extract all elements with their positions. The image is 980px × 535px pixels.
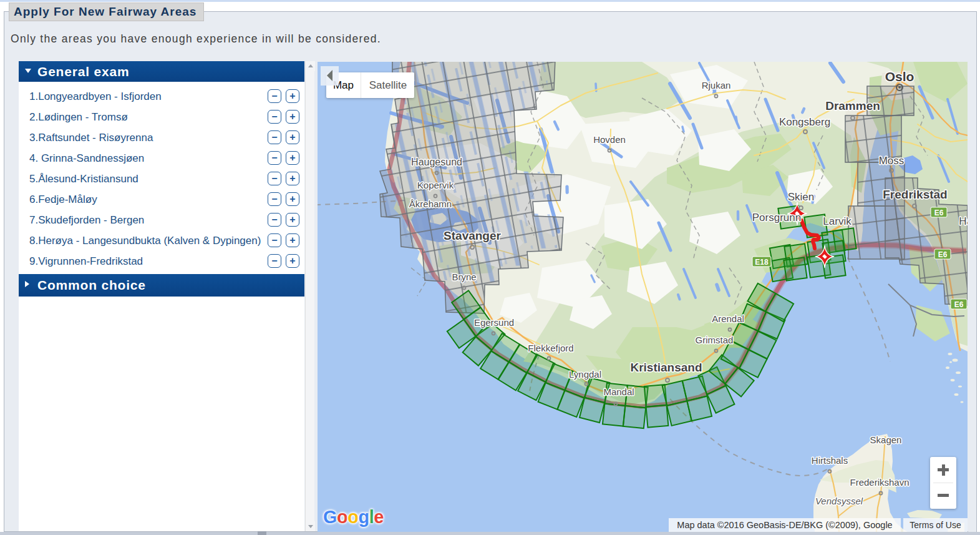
svg-text:Larvik: Larvik bbox=[823, 215, 851, 227]
svg-text:Hirtshals: Hirtshals bbox=[812, 455, 848, 466]
svg-text:Kristiansand: Kristiansand bbox=[630, 361, 702, 374]
svg-text:Lyngdal: Lyngdal bbox=[569, 369, 601, 380]
svg-text:Moss: Moss bbox=[879, 155, 905, 167]
svg-text:Ha: Ha bbox=[959, 215, 968, 227]
svg-text:Grimstad: Grimstad bbox=[696, 335, 734, 345]
svg-text:Skien: Skien bbox=[788, 191, 815, 203]
svg-text:Fredrikstad: Fredrikstad bbox=[883, 188, 947, 201]
svg-text:Skagen: Skagen bbox=[870, 434, 902, 445]
svg-text:Stavanger: Stavanger bbox=[444, 229, 501, 242]
svg-text:Hovden: Hovden bbox=[593, 134, 626, 145]
svg-text:Kopervik: Kopervik bbox=[417, 180, 454, 190]
svg-text:Mandal: Mandal bbox=[603, 386, 634, 397]
svg-text:Egersund: Egersund bbox=[474, 317, 514, 328]
svg-text:Oslo: Oslo bbox=[885, 69, 915, 84]
svg-text:E6: E6 bbox=[934, 209, 944, 217]
svg-text:Kongsberg: Kongsberg bbox=[779, 116, 830, 128]
svg-text:Vendsyssel: Vendsyssel bbox=[815, 496, 863, 506]
svg-text:Drammen: Drammen bbox=[825, 99, 880, 112]
svg-text:Rjukan: Rjukan bbox=[702, 80, 731, 91]
svg-text:E18: E18 bbox=[755, 258, 769, 267]
svg-text:Flekkefjord: Flekkefjord bbox=[528, 343, 573, 353]
svg-text:Bryne: Bryne bbox=[452, 272, 476, 282]
svg-text:Porsgrunn: Porsgrunn bbox=[752, 212, 801, 223]
svg-text:Åkrehamn: Åkrehamn bbox=[409, 199, 452, 209]
svg-text:Haugesund: Haugesund bbox=[411, 157, 462, 167]
svg-text:Arendal: Arendal bbox=[712, 313, 744, 324]
svg-text:E6: E6 bbox=[954, 300, 964, 309]
svg-text:Frederikshavn: Frederikshavn bbox=[850, 477, 909, 488]
svg-text:E6: E6 bbox=[938, 250, 948, 259]
